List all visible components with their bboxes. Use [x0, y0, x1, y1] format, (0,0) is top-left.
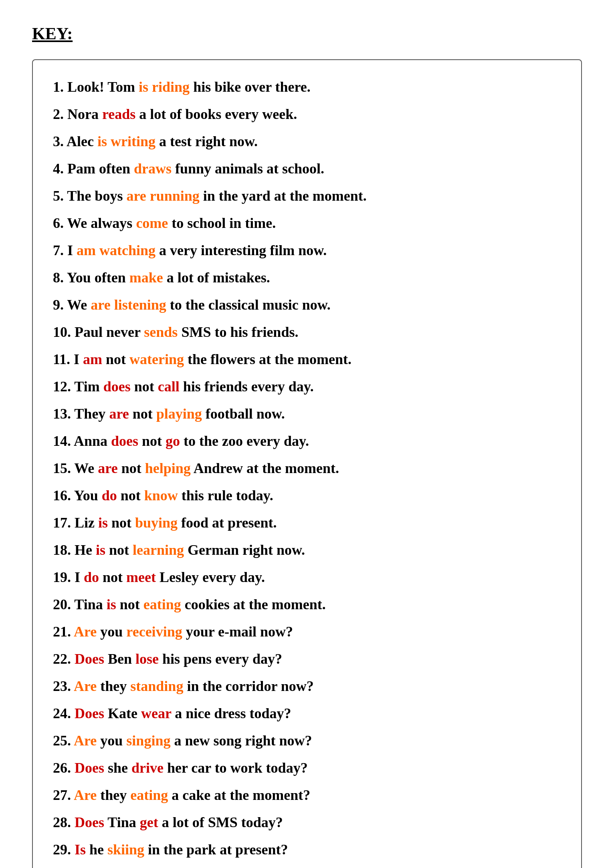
- sentence-part: his bike over there.: [190, 79, 311, 95]
- sentence-part: Tina: [104, 814, 140, 830]
- sentence-number: 7.: [53, 242, 67, 258]
- sentence-number: 13.: [53, 406, 74, 422]
- sentence-part: funny animals at school.: [172, 161, 324, 177]
- list-item: 14. Anna does not go to the zoo every da…: [53, 430, 561, 452]
- sentence-part: come: [136, 215, 168, 231]
- sentence-number: 10.: [53, 324, 75, 340]
- sentence-part: Andrew at the moment.: [191, 460, 339, 476]
- sentence-number: 25.: [53, 733, 74, 749]
- sentence-part: the flowers at the moment.: [184, 351, 351, 367]
- sentence-part: his pens every day?: [159, 651, 282, 667]
- sentence-part: is writing: [97, 133, 156, 149]
- sentence-part: Are: [74, 733, 97, 749]
- list-item: 16. You do not know this rule today.: [53, 485, 561, 506]
- sentence-part: in the park at present?: [144, 842, 288, 858]
- sentence-number: 8.: [53, 270, 67, 286]
- page-title: KEY:: [32, 24, 582, 43]
- sentence-part: a cake at the moment?: [168, 787, 310, 803]
- sentence-part: call: [158, 379, 180, 395]
- sentence-number: 12.: [53, 379, 74, 395]
- sentence-part: Nora: [67, 106, 102, 122]
- sentence-part: are running: [126, 188, 199, 204]
- list-item: 20. Tina is not eating cookies at the mo…: [53, 594, 561, 615]
- list-item: 11. I am not watering the flowers at the…: [53, 348, 561, 370]
- sentence-part: not: [116, 596, 143, 612]
- sentence-part: not: [108, 515, 135, 531]
- list-item: 22. Does Ben lose his pens every day?: [53, 648, 561, 670]
- sentence-part: do: [84, 569, 99, 585]
- sentence-part: Is: [75, 842, 86, 858]
- sentence-part: to school in time.: [168, 215, 276, 231]
- sentence-part: We: [74, 460, 98, 476]
- sentence-part: a very interesting film now.: [156, 242, 327, 258]
- sentence-part: lose: [135, 651, 159, 667]
- sentence-part: you: [97, 624, 126, 640]
- sentence-part: We: [67, 297, 91, 313]
- list-item: 15. We are not helping Andrew at the mom…: [53, 457, 561, 479]
- list-item: 25. Are you singing a new song right now…: [53, 730, 561, 751]
- sentence-part: not: [129, 406, 156, 422]
- sentence-part: learning: [133, 542, 184, 558]
- sentence-number: 18.: [53, 542, 75, 558]
- sentence-part: They: [74, 406, 109, 422]
- sentence-part: reads: [102, 106, 135, 122]
- sentence-part: your e-mail now?: [182, 624, 293, 640]
- sentence-part: Paul never: [75, 324, 144, 340]
- sentence-number: 16.: [53, 487, 74, 503]
- sentence-part: sends: [144, 324, 178, 340]
- list-item: 27. Are they eating a cake at the moment…: [53, 784, 561, 806]
- sentence-part: Pam often: [67, 161, 134, 177]
- sentence-part: not: [131, 379, 158, 395]
- sentence-part: playing: [156, 406, 202, 422]
- sentence-part: We always: [67, 215, 136, 231]
- sentence-part: meet: [126, 569, 156, 585]
- sentence-part: draws: [134, 161, 172, 177]
- list-item: 6. We always come to school in time.: [53, 212, 561, 234]
- sentence-part: Lesley every day.: [156, 569, 265, 585]
- sentence-part: helping: [145, 460, 191, 476]
- sentence-part: wear: [141, 705, 171, 721]
- sentence-part: Kate: [104, 705, 141, 721]
- sentence-number: 17.: [53, 515, 75, 531]
- sentence-number: 22.: [53, 651, 75, 667]
- list-item: 5. The boys are running in the yard at t…: [53, 185, 561, 207]
- list-item: 23. Are they standing in the corridor no…: [53, 675, 561, 697]
- sentence-number: 19.: [53, 569, 75, 585]
- sentence-number: 23.: [53, 678, 74, 694]
- sentence-part: Does: [75, 814, 104, 830]
- sentence-part: she: [104, 760, 131, 776]
- list-item: 12. Tim does not call his friends every …: [53, 376, 561, 397]
- list-item: 9. We are listening to the classical mus…: [53, 294, 561, 316]
- sentence-part: are listening: [91, 297, 166, 313]
- sentence-number: 9.: [53, 297, 67, 313]
- sentence-part: is: [98, 515, 108, 531]
- sentence-number: 11.: [53, 351, 74, 367]
- list-item: 19. I do not meet Lesley every day.: [53, 566, 561, 588]
- sentence-part: football now.: [202, 406, 285, 422]
- list-item: 3. Alec is writing a test right now.: [53, 131, 561, 152]
- sentence-part: do: [102, 487, 117, 503]
- sentence-number: 27.: [53, 787, 74, 803]
- sentence-part: in the corridor now?: [183, 678, 313, 694]
- sentence-part: drive: [131, 760, 164, 776]
- sentence-number: 5.: [53, 188, 67, 204]
- sentence-number: 21.: [53, 624, 74, 640]
- sentence-number: 26.: [53, 760, 75, 776]
- sentence-part: receiving: [126, 624, 182, 640]
- sentence-part: her car to work today?: [164, 760, 308, 776]
- sentence-number: 14.: [53, 433, 74, 449]
- sentence-number: 3.: [53, 133, 67, 149]
- list-item: 1. Look! Tom is riding his bike over the…: [53, 76, 561, 98]
- list-item: 8. You often make a lot of mistakes.: [53, 267, 561, 288]
- sentence-part: Does: [75, 760, 104, 776]
- sentence-part: to the zoo every day.: [180, 433, 309, 449]
- sentence-part: is: [96, 542, 105, 558]
- list-item: 2. Nora reads a lot of books every week.: [53, 103, 561, 125]
- sentence-part: know: [144, 487, 178, 503]
- sentence-part: You often: [67, 270, 129, 286]
- sentence-part: standing: [130, 678, 183, 694]
- sentence-part: buying: [135, 515, 178, 531]
- sentence-part: you: [97, 733, 126, 749]
- sentence-part: German right now.: [184, 542, 305, 558]
- content-box: 1. Look! Tom is riding his bike over the…: [32, 59, 582, 868]
